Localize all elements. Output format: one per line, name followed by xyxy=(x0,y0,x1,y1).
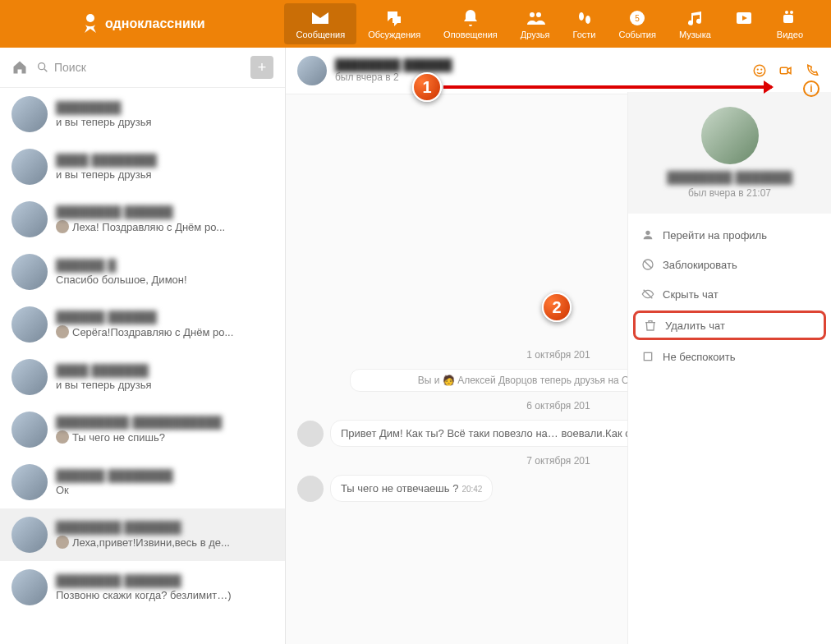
svg-point-12 xyxy=(754,65,765,76)
chat-item-preview: и вы теперь друзья xyxy=(56,168,273,181)
search-icon xyxy=(36,61,49,74)
nav-messages[interactable]: Сообщения xyxy=(284,3,356,44)
chat-info-panel: ████████ ███████ был вчера в 21:07 Перей… xyxy=(627,92,831,644)
svg-point-4 xyxy=(585,16,590,24)
chat-avatar xyxy=(11,412,48,448)
svg-point-3 xyxy=(579,12,584,21)
chat-list-item[interactable]: ██████ █ Спасибо большое, Димон! xyxy=(0,246,285,298)
message-avatar[interactable] xyxy=(297,421,324,447)
trash-icon xyxy=(644,319,657,332)
nav-video[interactable]: Видео xyxy=(765,3,815,44)
chat-avatar xyxy=(11,359,48,395)
info-menu: Перейти на профиль Заблокировать Скрыть … xyxy=(628,214,831,378)
chat-avatar xyxy=(11,201,48,237)
chat-header-name: ████████ ██████ xyxy=(335,58,452,71)
chat-avatar xyxy=(11,149,48,185)
svg-point-10 xyxy=(790,11,793,14)
chat-area: ████████ ██████ был вчера в 2 1 октября … xyxy=(286,48,831,644)
video-icon xyxy=(780,8,800,28)
chat-item-name: ████████ ███████ xyxy=(56,521,273,534)
menu-delete-chat[interactable]: Удалить чат xyxy=(633,310,826,340)
chat-list-item[interactable]: ████████ и вы теперь друзья xyxy=(0,88,285,140)
chat-avatar xyxy=(11,569,48,605)
chat-list-item[interactable]: ██████ ████████ Ок xyxy=(0,456,285,508)
callout-2: 2 xyxy=(542,292,572,322)
menu-block[interactable]: Заблокировать xyxy=(628,250,831,279)
info-avatar[interactable] xyxy=(701,107,759,164)
menu-hide-chat[interactable]: Скрыть чат xyxy=(628,279,831,309)
svg-point-14 xyxy=(760,68,762,70)
chat-avatar xyxy=(11,96,48,132)
svg-point-1 xyxy=(530,12,535,17)
svg-point-13 xyxy=(757,68,759,70)
chat-avatar xyxy=(11,464,48,500)
nav-photo[interactable] xyxy=(723,3,765,44)
friends-icon xyxy=(526,8,545,28)
nav-events[interactable]: 5События xyxy=(608,3,668,44)
info-button-highlight[interactable]: i xyxy=(803,80,820,97)
chat-item-preview: Леха! Поздравляю с Днём ро... xyxy=(56,220,273,233)
top-navbar: одноклассники Сообщения Обсуждения Опове… xyxy=(0,0,831,48)
svg-point-2 xyxy=(536,12,541,17)
nav-notifications[interactable]: Оповещения xyxy=(432,3,509,44)
logo-text: одноклассники xyxy=(105,16,205,31)
svg-point-11 xyxy=(39,63,45,70)
chat-list-item[interactable]: ████████ ██████ Леха! Поздравляю с Днём … xyxy=(0,193,285,246)
ok-logo-icon xyxy=(82,12,99,35)
home-icon[interactable] xyxy=(11,59,28,76)
callout-1: 1 xyxy=(412,72,442,102)
message-avatar[interactable] xyxy=(297,476,324,502)
chat-sidebar: Поиск + ████████ и вы теперь друзья ████… xyxy=(0,48,286,644)
chat-list-item[interactable]: ██████ ██████ Серёга!Поздравляю с Днём р… xyxy=(0,298,285,351)
chat-item-preview: Позвоню скажи когда? безлимит…) xyxy=(56,589,273,601)
chat-list-item[interactable]: ████████ ███████ Леха,привет!Извини,весь… xyxy=(0,508,285,561)
bell-icon xyxy=(461,8,480,28)
eye-off-icon xyxy=(641,288,654,301)
svg-rect-8 xyxy=(783,15,793,23)
chat-item-name: ██████ ██████ xyxy=(56,310,273,324)
chat-item-name: ████████ xyxy=(56,101,273,114)
svg-text:5: 5 xyxy=(635,14,640,23)
chat-avatar xyxy=(11,517,48,553)
chat-avatar xyxy=(11,306,48,343)
chat-list-item[interactable]: █████████ ███████████ Ты чего не спишь? xyxy=(0,403,285,456)
chat-item-preview: Леха,привет!Извини,весь в де... xyxy=(56,536,273,549)
camera-icon[interactable] xyxy=(778,63,793,78)
menu-goto-profile[interactable]: Перейти на профиль xyxy=(628,220,831,250)
site-logo[interactable]: одноклассники xyxy=(82,12,205,35)
new-chat-button[interactable]: + xyxy=(250,56,273,79)
chat-item-name: █████████ ███████████ xyxy=(56,416,273,429)
annotation-arrow xyxy=(443,85,772,89)
footprints-icon xyxy=(575,8,595,28)
chat-list-item[interactable]: ████ ███████ и вы теперь друзья xyxy=(0,351,285,403)
nav-discussions[interactable]: Обсуждения xyxy=(356,3,432,44)
search-input[interactable]: Поиск xyxy=(36,61,242,74)
emoji-icon[interactable] xyxy=(752,63,767,78)
chat-header-avatar[interactable] xyxy=(297,56,327,85)
svg-rect-15 xyxy=(780,67,787,74)
chat-item-name: ████████ ██████ xyxy=(56,205,273,218)
chat-item-name: ████████ ███████ xyxy=(56,574,273,587)
message-bubble: Ты чего не отвечаешь ?20:42 xyxy=(330,475,493,502)
events-icon: 5 xyxy=(627,8,647,28)
chat-list-item[interactable]: ████ ████████ и вы теперь друзья xyxy=(0,140,285,193)
chat-item-name: ████ ███████ xyxy=(56,364,273,377)
envelope-icon xyxy=(310,8,330,28)
svg-point-9 xyxy=(785,11,788,14)
nav-music[interactable]: Музыка xyxy=(668,3,723,44)
chat-item-preview: Серёга!Поздравляю с Днём ро... xyxy=(56,325,273,338)
square-icon xyxy=(641,350,654,363)
nav-guests[interactable]: Гости xyxy=(561,3,607,44)
chat-item-name: ██████ █ xyxy=(56,259,273,272)
menu-dnd[interactable]: Не беспокоить xyxy=(628,342,831,371)
chat-item-preview: Ты чего не спишь? xyxy=(56,430,273,444)
chat-list-item[interactable]: ████████ ███████ Позвоню скажи когда? бе… xyxy=(0,561,285,614)
chat-list: ████████ и вы теперь друзья ████ ███████… xyxy=(0,88,285,644)
person-icon xyxy=(641,228,654,242)
phone-icon[interactable] xyxy=(805,63,820,78)
nav-friends[interactable]: Друзья xyxy=(509,3,562,44)
chat-item-name: ██████ ████████ xyxy=(56,469,273,482)
chat-item-preview: Спасибо большое, Димон! xyxy=(56,274,273,286)
chat-item-preview: и вы теперь друзья xyxy=(56,116,273,128)
play-icon xyxy=(734,8,754,28)
